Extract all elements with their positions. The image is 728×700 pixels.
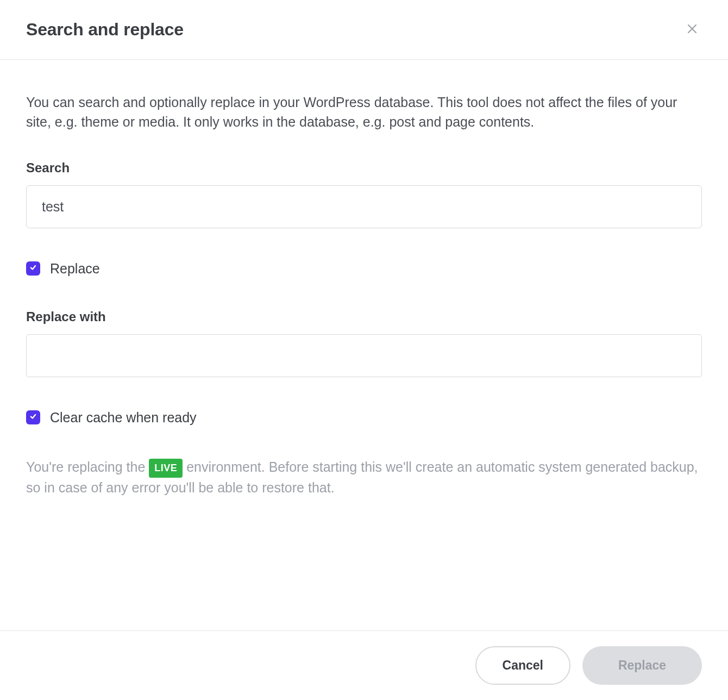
search-input[interactable]: [26, 185, 702, 228]
search-label: Search: [26, 160, 702, 176]
description-text: You can search and optionally replace in…: [26, 92, 702, 132]
clear-cache-checkbox[interactable]: [26, 410, 40, 424]
search-field-group: Search: [26, 160, 702, 228]
clear-cache-checkbox-label: Clear cache when ready: [50, 410, 197, 426]
cancel-button[interactable]: Cancel: [475, 646, 570, 685]
search-replace-modal: Search and replace You can search and op…: [0, 0, 728, 700]
modal-body: You can search and optionally replace in…: [0, 60, 728, 630]
warning-pre: You're replacing the: [26, 459, 149, 474]
replace-with-field-group: Replace with: [26, 309, 702, 377]
replace-with-input[interactable]: [26, 334, 702, 377]
warning-text: You're replacing the LIVE environment. B…: [26, 457, 702, 498]
check-icon: [29, 264, 37, 273]
live-badge: LIVE: [149, 459, 183, 478]
modal-header: Search and replace: [0, 0, 728, 60]
replace-checkbox[interactable]: [26, 261, 40, 276]
close-icon: [686, 22, 699, 37]
replace-with-label: Replace with: [26, 309, 702, 324]
replace-checkbox-row[interactable]: Replace: [26, 261, 702, 277]
modal-title: Search and replace: [26, 20, 184, 40]
replace-checkbox-label: Replace: [50, 261, 100, 277]
check-icon: [29, 412, 37, 422]
close-button[interactable]: [682, 19, 702, 40]
replace-button[interactable]: Replace: [582, 646, 702, 685]
clear-cache-checkbox-row[interactable]: Clear cache when ready: [26, 410, 702, 426]
modal-footer: Cancel Replace: [0, 630, 728, 700]
